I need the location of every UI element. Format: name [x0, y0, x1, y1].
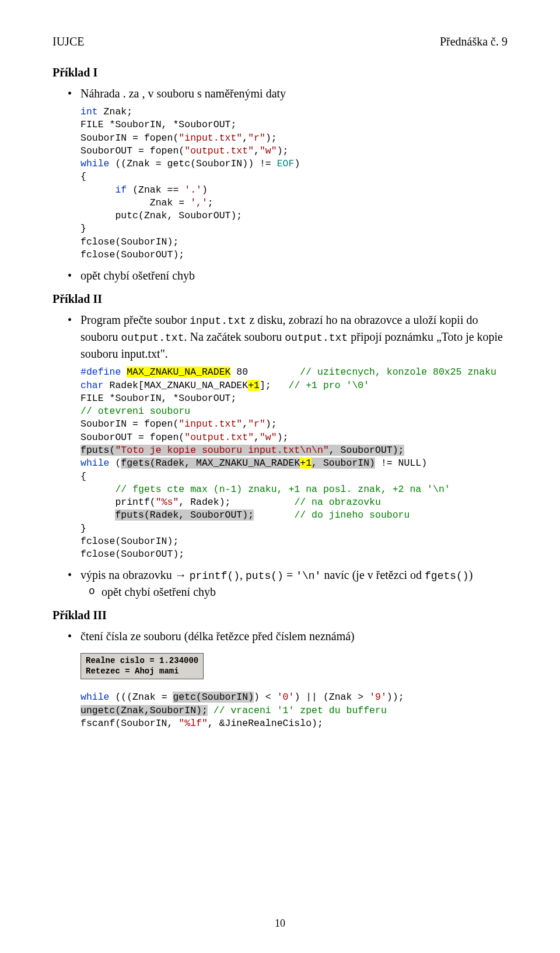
page-number: 10: [0, 917, 560, 930]
bullet-item: Program přečte soubor input.txt z disku,…: [80, 312, 508, 362]
section-title-3: Příklad III: [52, 609, 508, 622]
sub-bullet-item: opět chybí ošetření chyb: [102, 584, 508, 601]
page-header: IUJCE Přednáška č. 9: [52, 35, 508, 48]
code-block-1: int Znak; FILE *SouborIN, *SouborOUT; So…: [80, 106, 508, 261]
header-left: IUJCE: [52, 35, 84, 48]
section-title-1: Příklad I: [52, 66, 508, 79]
bullet-list-1: Náhrada . za , v souboru s naměřenými da…: [52, 85, 508, 102]
bullet-item: výpis na obrazovku → printf(), puts() = …: [80, 567, 508, 601]
code-block-3: while (((Znak = getc(SouborIN)) < '0') |…: [80, 691, 508, 730]
bullet-item: Náhrada . za , v souboru s naměřenými da…: [80, 85, 508, 102]
section-title-2: Příklad II: [52, 292, 508, 306]
bullet-list-1b: opět chybí ošetření chyb: [52, 267, 508, 284]
bullet-list-2b: výpis na obrazovku → printf(), puts() = …: [52, 567, 508, 601]
sub-bullet-list: opět chybí ošetření chyb: [80, 584, 508, 601]
bullet-item: opět chybí ošetření chyb: [80, 267, 508, 284]
bullet-item: čtení čísla ze souboru (délka řetězce př…: [80, 628, 508, 645]
console-screenshot: Realne cislo = 1.234000 Retezec = Ahoj m…: [80, 653, 204, 679]
header-right: Přednáška č. 9: [440, 35, 508, 48]
code-block-2: #define MAX_ZNAKU_NA_RADEK 80 // uzitecn…: [80, 366, 508, 561]
bullet-list-2: Program přečte soubor input.txt z disku,…: [52, 312, 508, 362]
bullet-list-3: čtení čísla ze souboru (délka řetězce př…: [52, 628, 508, 645]
